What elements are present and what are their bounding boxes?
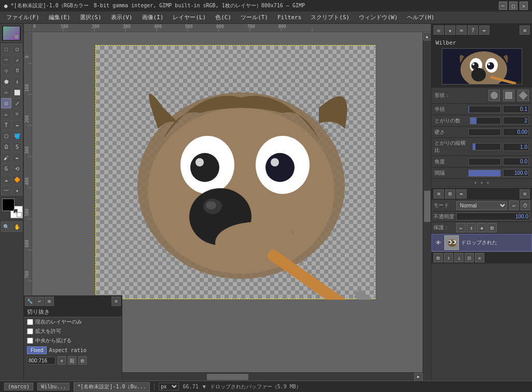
canvas-scroll-right[interactable]: ▲ ▼ [423, 32, 431, 381]
tool-ellipse-select[interactable]: ○ [12, 44, 22, 54]
tool-ink[interactable]: ⟲ [12, 163, 22, 174]
prop-spacing-input[interactable] [503, 169, 529, 177]
tool-smudge[interactable]: ☁ [1, 174, 11, 185]
menu-edit[interactable]: 編集(E) [45, 12, 75, 22]
prop-aspect-input[interactable] [503, 143, 529, 151]
scroll-right-arrow[interactable]: ▶ [414, 373, 423, 381]
close-button[interactable]: ✕ [520, 2, 528, 10]
panel-menu[interactable]: ≡ [520, 25, 530, 35]
layer-delete-btn[interactable]: ✕ [475, 253, 484, 262]
tool-text[interactable]: ⬡ [1, 131, 11, 141]
size-input[interactable] [27, 357, 55, 365]
status-tab-3[interactable]: *[名称未設定]-1.0（Bu... [74, 382, 149, 391]
layer-new-btn[interactable]: ⊞ [433, 253, 443, 262]
tool-measure[interactable]: ✦ [12, 185, 22, 195]
tool-options-tab-3[interactable]: ⊞ [45, 297, 54, 306]
canvas-image[interactable] [95, 45, 375, 299]
prop-radius-input[interactable] [503, 105, 529, 113]
prop-angle-input[interactable] [503, 158, 529, 165]
tool-color-picker[interactable]: 〰 [1, 185, 11, 195]
shape-square-btn[interactable] [503, 90, 514, 101]
layer-lower-btn[interactable]: ↓ [454, 253, 464, 262]
tool-eraser[interactable]: ✒ [12, 152, 22, 163]
tool-dodge-burn[interactable]: 🔶 [12, 174, 22, 185]
layer-duplicate-btn[interactable]: ⊡ [465, 253, 474, 262]
menu-image[interactable]: 画像(I) [138, 12, 168, 22]
tool-paintbrush[interactable]: 🖌 [1, 152, 11, 163]
panel-tab-star[interactable]: ★ [445, 25, 455, 35]
layer-raise-btn[interactable]: ↑ [444, 253, 453, 262]
tool-rotate[interactable]: ⤢ [12, 98, 22, 108]
unit-select[interactable]: px mm in [159, 383, 179, 390]
shape-circle-btn[interactable] [488, 90, 500, 101]
menu-tools[interactable]: ツール(T) [236, 12, 272, 22]
fixed-button[interactable]: Fixed [27, 346, 47, 354]
tool-blend[interactable]: Ω [1, 142, 11, 152]
prop-spikes-slider[interactable] [470, 117, 501, 124]
layer-tab-channels[interactable]: ⊞ [445, 189, 455, 199]
mode-history-btn[interactable]: ⏱ [521, 201, 530, 210]
tool-align[interactable]: ✂ [1, 87, 11, 97]
maximize-button[interactable]: □ [509, 2, 517, 10]
protect-alpha-btn[interactable]: ↕ [467, 223, 476, 232]
tool-select-by-color[interactable]: ⊹ [1, 65, 11, 76]
foreground-color[interactable] [2, 199, 15, 211]
size-new-icon[interactable]: ⊞ [78, 356, 87, 365]
tool-options-menu[interactable]: ≡ [111, 297, 121, 306]
layer-panel-menu[interactable]: ≡ [520, 189, 530, 199]
prop-aspect-slider[interactable] [472, 143, 501, 150]
tool-move[interactable]: ↕ [12, 76, 22, 87]
prop-spikes-input[interactable] [503, 117, 529, 124]
prop-radius-slider[interactable] [468, 106, 501, 113]
menu-file[interactable]: ファイル(F) [2, 12, 44, 22]
mode-undo-btn[interactable]: ↩ [509, 201, 519, 210]
tool-options-tab-2[interactable]: ↩ [35, 297, 44, 306]
tool-warp-transform[interactable]: ⬜ [12, 87, 22, 97]
tool-airbrush[interactable]: G [1, 163, 11, 174]
tool-scale[interactable]: ✏ [1, 109, 11, 119]
menu-select[interactable]: 選択(S) [76, 12, 106, 22]
tool-pencil[interactable]: S [12, 142, 22, 152]
tool-scissors[interactable]: ⠿ [12, 65, 22, 76]
option-current-layer-check[interactable] [27, 319, 33, 325]
size-clear-btn[interactable]: ✕ [58, 356, 66, 365]
menu-view[interactable]: 表示(V) [107, 12, 137, 22]
layer-visibility-toggle[interactable]: 👁 [434, 239, 442, 247]
tool-hand[interactable]: ✋ [12, 221, 22, 232]
prop-spacing-slider[interactable] [468, 170, 501, 177]
opacity-input[interactable] [456, 213, 530, 220]
option-allow-grow-check[interactable] [27, 328, 33, 334]
tool-crop[interactable]: ⊡ [1, 98, 11, 108]
minimize-button[interactable]: ─ [499, 2, 507, 10]
panel-tab-question[interactable]: ? [468, 25, 478, 35]
status-tab-2[interactable]: Wilbu... [37, 383, 69, 390]
tool-perspective[interactable]: T [1, 120, 11, 130]
tool-fuzzy-select[interactable]: ↗ [12, 54, 22, 65]
prop-hardness-slider[interactable] [468, 129, 501, 136]
layer-tab-paths[interactable]: ✒ [456, 189, 467, 199]
tool-foreground-select[interactable]: ⬟ [1, 76, 11, 87]
scroll-up-arrow[interactable]: ▲ [423, 32, 431, 40]
protect-pixels-btn[interactable]: ✏ [456, 223, 466, 232]
panel-tab-pen[interactable]: ✒ [479, 25, 489, 35]
tool-free-select[interactable]: ⌒ [1, 54, 11, 65]
option-from-center-check[interactable] [27, 338, 33, 344]
tool-shear[interactable]: ⌗ [12, 109, 22, 119]
protect-position-btn[interactable]: ✚ [477, 223, 486, 232]
menu-help[interactable]: ヘルプ(H) [403, 12, 439, 22]
size-link-icon[interactable]: ⛓ [68, 356, 76, 365]
layer-tab-layers[interactable]: ≡ [433, 189, 444, 199]
shape-diamond-btn[interactable] [517, 90, 529, 101]
more-options-btn[interactable]: • • • [431, 179, 532, 187]
protect-all-btn[interactable]: ⊞ [487, 223, 497, 232]
menu-script[interactable]: スクリプト(S) [306, 12, 354, 22]
tool-rect-select[interactable]: ⬚ [1, 44, 11, 54]
tool-flip[interactable]: ↔ [12, 120, 22, 130]
menu-filters[interactable]: Filters [273, 13, 305, 22]
layer-row[interactable]: 👁 ドロップされた [431, 234, 532, 251]
menu-layer[interactable]: レイヤー(L) [169, 12, 210, 22]
tool-options-tab-1[interactable]: 🔧 [25, 297, 34, 306]
mode-select[interactable]: Normal Multiply Screen [456, 201, 507, 210]
swap-colors[interactable]: ↕ [13, 209, 18, 213]
prop-angle-slider[interactable] [468, 158, 501, 165]
